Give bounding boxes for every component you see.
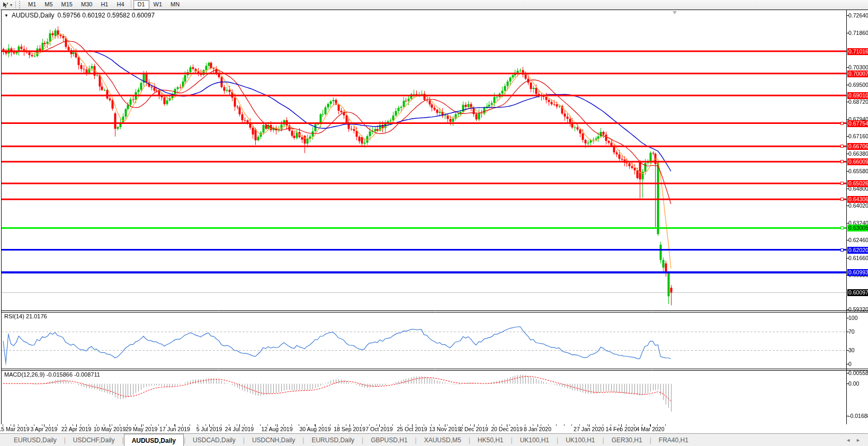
chart-tab-uk100-h1[interactable]: UK100,H1 [513,434,557,446]
level-drag-handle[interactable] [840,122,844,125]
date-minor-tick [283,424,284,426]
date-tick-label: 29 May 2019 [126,426,158,432]
date-minor-tick [611,424,611,426]
date-tick-label: 27 Jan 2020 [574,426,604,432]
level-price-label[interactable]: 0.69010 [847,92,868,99]
level-price-label[interactable]: 0.66706 [847,143,868,150]
level-price-label[interactable]: 0.65026 [847,180,868,187]
date-minor-tick [158,424,159,426]
timeframe-button-mn[interactable]: MN [166,0,184,10]
date-minor-tick [462,424,463,426]
timeframe-button-h4[interactable]: H4 [112,0,128,10]
date-minor-tick [190,424,190,426]
level-price-label[interactable]: 0.60993 [847,269,868,276]
date-minor-tick [338,424,338,426]
chart-tab-eurusd-daily[interactable]: EURUSD,Daily [304,434,362,446]
date-minor-tick [135,424,136,426]
date-minor-tick [525,424,525,426]
date-minor-tick [377,424,377,426]
timeframe-button-m1[interactable]: M1 [24,0,40,10]
price-tick-label: 0.67160 [848,133,868,140]
level-drag-handle[interactable] [840,160,844,163]
date-minor-tick [447,424,448,426]
chart-dropdown-icon[interactable]: ▼ [4,13,8,18]
chart-tab-xauusd-m5[interactable]: XAUUSD,M5 [417,434,469,446]
date-minor-tick [65,424,66,426]
date-minor-tick [244,424,245,426]
date-minor-tick [299,424,299,426]
level-drag-handle[interactable] [840,182,844,185]
chart-tab-usdcnh-daily[interactable]: USDCNH,Daily [245,434,302,446]
date-minor-tick [213,424,213,426]
chart-window: ▼ AUDUSD,Daily 0.59756 0.60192 0.59582 0… [1,10,868,425]
chart-pointer-icon [2,2,9,8]
date-tick-label: 12 Aug 2019 [262,426,293,432]
timeframe-toolbar: ▾ M1M5M15M30H1H4D1W1MN [0,0,868,10]
timeframe-button-d1[interactable]: D1 [133,0,149,10]
date-minor-tick [439,424,440,426]
date-minor-tick [34,424,34,426]
date-tick-label: 30 Aug 2019 [300,426,331,432]
level-price-label[interactable]: 0.66009 [847,158,868,165]
timeframe-button-w1[interactable]: W1 [149,0,167,10]
timeframe-button-m5[interactable]: M5 [40,0,57,10]
price-tick-label: 0.71860 [848,30,868,37]
chart-tab-usdcad-daily[interactable]: USDCAD,Daily [185,434,243,446]
tab-scroll-left-icon[interactable]: ◄ [846,438,851,443]
chart-pointer-button[interactable]: ▾ [0,2,13,8]
date-minor-tick [57,424,58,426]
date-minor-tick [548,424,549,426]
chart-tab-eurusd-daily[interactable]: EURUSD,Daily [6,434,64,446]
chart-tab-ger30-h1[interactable]: GER30,H1 [604,434,650,446]
price-tick-label: 0.66380 [848,150,868,157]
date-tick-label: 2 Dec 2019 [460,426,488,432]
timeframe-button-h1[interactable]: H1 [96,0,112,10]
date-minor-tick [127,424,128,426]
timeframe-button-m30[interactable]: M30 [77,0,96,10]
level-drag-handle[interactable] [840,226,844,229]
level-price-label[interactable]: 0.67754 [847,120,868,127]
chart-tab-fra40-h1[interactable]: FRA40,H1 [651,434,696,446]
date-axis[interactable]: 15 Mar 20193 Apr 201922 Apr 201910 May 2… [1,424,868,433]
tab-scroll-right-icon[interactable]: ► [856,438,861,443]
level-price-label[interactable]: 0.63005 [847,225,868,231]
macd-axis-label: 0.00 [848,380,868,387]
price-tick-label: 0.69500 [848,82,868,88]
chart-tab-bar: EURUSD,Daily|USDCHF,Daily|AUDUSD,Daily|U… [0,433,868,446]
chart-tab-gbpusd-h1[interactable]: GBPUSD,H1 [363,434,415,446]
tab-navigation: ◄ ► [846,434,868,446]
date-minor-tick [603,424,603,426]
macd-axis-label: 0.005587 [848,370,868,377]
chart-tab-audusd-daily[interactable]: AUDUSD,Daily [124,434,184,446]
date-minor-tick [384,424,385,426]
chart-tab-hk50-h1[interactable]: HK50,H1 [470,434,511,446]
date-minor-tick [267,424,268,426]
chart-shift-marker-icon[interactable] [673,11,677,14]
macd-axis-label: -0.016887 [848,413,868,420]
level-drag-handle[interactable] [840,248,844,252]
date-tick-label: 20 Dec 2019 [491,426,523,432]
date-minor-tick [486,424,487,426]
date-minor-tick [120,424,120,426]
date-tick-label: 13 Nov 2019 [429,426,461,432]
chart-tab-usdchf-daily[interactable]: USDCHF,Daily [66,434,122,446]
level-price-label[interactable]: 0.64306 [847,196,868,203]
price-tick-label: 0.61660 [848,255,868,262]
timeframe-button-m15[interactable]: M15 [57,0,77,10]
level-price-label[interactable]: 0.62020 [847,247,868,254]
date-minor-tick [42,424,42,426]
rsi-axis-label: 100 [848,315,868,322]
date-minor-tick [478,424,479,426]
level-drag-handle[interactable] [840,145,844,148]
rsi-indicator-label: RSI(14) 21.0176 [4,313,47,319]
date-minor-tick [650,424,650,426]
timeframe-buttons: M1M5M15M30H1H4D1W1MN [24,0,184,10]
date-minor-tick [431,424,432,426]
price-chart-canvas[interactable] [2,10,868,425]
toolbar-grip [19,1,22,8]
level-drag-handle[interactable] [840,198,844,201]
date-minor-tick [73,424,73,426]
level-price-label[interactable]: 0.70007 [847,70,868,77]
level-price-label[interactable]: 0.71016 [847,48,868,55]
chart-tab-uk100-h1[interactable]: UK100,H1 [558,434,602,446]
